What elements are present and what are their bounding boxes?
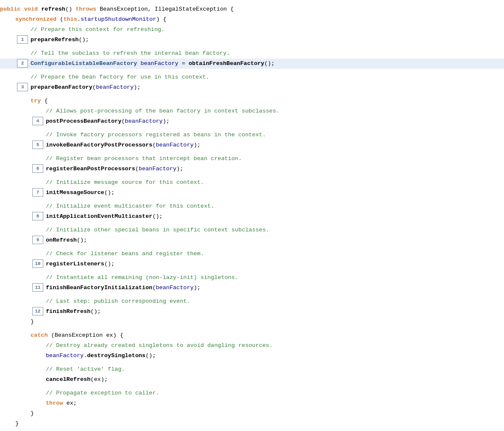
- gutter: 5: [0, 141, 46, 149]
- code-line: 3prepareBeanFactory(beanFactory);: [0, 82, 504, 93]
- code-line: }: [0, 429, 504, 431]
- code-line: catch (BeansException ex) {: [0, 330, 504, 341]
- token-comment: // Propagate exception to caller.: [46, 390, 159, 396]
- code-line: public void refresh() throws BeansExcept…: [0, 4, 504, 14]
- token-italic-ref: startupShutdownMonitor: [81, 16, 156, 23]
- code-line: // Check for listener beans and register…: [0, 249, 504, 259]
- token-var: beanFactory: [139, 166, 176, 172]
- code-line: // Invoke factory processors registered …: [0, 130, 504, 140]
- code-line: // Initialize message source for this co…: [0, 177, 504, 188]
- gutter: 12: [0, 307, 46, 316]
- code-text: registerListeners();: [46, 259, 504, 269]
- gutter: 9: [0, 236, 46, 244]
- gutter: 7: [0, 188, 46, 197]
- code-line: // Destroy already created singletons to…: [0, 341, 504, 351]
- code-text: // Invoke factory processors registered …: [46, 130, 504, 140]
- code-text: throw ex;: [46, 399, 504, 408]
- code-text: cancelRefresh(ex);: [46, 375, 504, 384]
- token-method: invokeBeanFactoryPostProcessors: [46, 142, 152, 148]
- spacer: [0, 222, 504, 225]
- line-number-badge: 7: [32, 188, 43, 197]
- code-line: try {: [0, 96, 504, 106]
- code-line: }: [0, 419, 504, 429]
- token-plain: (: [92, 84, 96, 90]
- token-plain: ();: [152, 213, 162, 220]
- gutter: 1: [0, 35, 31, 44]
- gutter: 11: [0, 283, 46, 292]
- spacer: [0, 45, 504, 48]
- code-text: // Destroy already created singletons to…: [46, 341, 504, 350]
- token-method: finishRefresh: [46, 308, 90, 315]
- code-line: // Last step: publish corresponding even…: [0, 296, 504, 307]
- token-plain: );: [162, 118, 169, 124]
- token-comment: // Reset 'active' flag.: [46, 366, 125, 372]
- token-var: beanFactory: [125, 118, 162, 124]
- spacer: [0, 361, 504, 364]
- token-plain: ();: [77, 237, 87, 243]
- code-text: try {: [31, 96, 504, 106]
- code-text: // Instantiate all remaining (non-lazy-i…: [46, 273, 504, 282]
- token-comment: // Initialize event multicaster for this…: [46, 203, 214, 209]
- code-text: // Tell the subclass to refresh the inte…: [31, 49, 504, 58]
- token-kw-throws: throws: [76, 6, 96, 12]
- token-plain: [21, 6, 24, 12]
- code-text: synchronized (this.startupShutdownMonito…: [15, 15, 504, 24]
- token-var: beanFactory: [156, 285, 193, 291]
- line-number-badge: 9: [32, 236, 43, 244]
- line-number-badge: 5: [32, 141, 43, 149]
- spacer: [0, 198, 504, 201]
- token-var: beanFactory: [46, 352, 84, 359]
- token-var: beanFactory: [96, 84, 134, 90]
- token-method: cancelRefresh: [46, 376, 90, 383]
- code-line: // Allows post-processing of the bean fa…: [0, 106, 504, 116]
- gutter: 3: [0, 83, 31, 91]
- code-line: 1prepareRefresh();: [0, 35, 504, 45]
- code-line: throw ex;: [0, 398, 504, 408]
- code-editor: public void refresh() throws BeansExcept…: [0, 4, 504, 431]
- code-text: }: [31, 409, 504, 418]
- code-text: prepareRefresh();: [31, 35, 504, 45]
- code-line: beanFactory.destroySingletons();: [0, 351, 504, 361]
- token-plain: (ex);: [90, 376, 108, 383]
- code-line: }: [0, 408, 504, 419]
- code-text: beanFactory.destroySingletons();: [46, 351, 504, 361]
- token-plain: (BeansException ex) {: [48, 332, 123, 338]
- code-text: invokeBeanFactoryPostProcessors(beanFact…: [46, 141, 504, 150]
- code-line: 11finishBeanFactoryInitialization(beanFa…: [0, 283, 504, 293]
- code-text: // Last step: publish corresponding even…: [46, 297, 504, 306]
- spacer: [0, 385, 504, 388]
- token-kw-catch: catch: [31, 332, 48, 338]
- code-line: // Initialize event multicaster for this…: [0, 201, 504, 211]
- code-text: ConfigurableListableBeanFactory beanFact…: [31, 59, 504, 68]
- code-text: onRefresh();: [46, 236, 504, 245]
- line-number-badge: 4: [32, 117, 43, 125]
- code-line: 7initMessageSource();: [0, 188, 504, 198]
- token-method: registerBeanPostProcessors: [46, 166, 135, 172]
- token-comment: // Last step: publish corresponding even…: [46, 298, 190, 304]
- token-comment: // Instantiate all remaining (non-lazy-i…: [46, 274, 238, 281]
- token-method: registerListeners: [46, 261, 104, 267]
- token-method: destroySingletons: [87, 352, 146, 359]
- code-text: finishRefresh();: [46, 307, 504, 316]
- token-plain: );: [134, 84, 140, 90]
- code-line: synchronized (this.startupShutdownMonito…: [0, 14, 504, 25]
- token-plain: );: [176, 166, 183, 172]
- token-method: refresh: [41, 6, 65, 12]
- code-line: // Prepare this context for refreshing.: [0, 25, 504, 35]
- line-number-badge: 8: [32, 212, 43, 220]
- token-kw-synchronized: synchronized: [15, 16, 56, 23]
- token-plain: }: [15, 420, 19, 427]
- gutter: 8: [0, 212, 46, 220]
- token-comment: // Check for listener beans and register…: [46, 251, 204, 257]
- code-text: postProcessBeanFactory(beanFactory);: [46, 117, 504, 126]
- code-line: // Instantiate all remaining (non-lazy-i…: [0, 273, 504, 283]
- code-line: // Propagate exception to caller.: [0, 388, 504, 398]
- token-comment: // Initialize message source for this co…: [46, 179, 204, 186]
- token-method: finishBeanFactoryInitialization: [46, 285, 152, 291]
- code-text: initApplicationEventMulticaster();: [46, 212, 504, 221]
- code-text: // Prepare this context for refreshing.: [31, 25, 504, 34]
- code-text: initMessageSource();: [46, 188, 504, 197]
- line-number-badge: 10: [32, 259, 43, 268]
- code-text: public void refresh() throws BeansExcept…: [0, 5, 504, 14]
- code-line: 9onRefresh();: [0, 235, 504, 245]
